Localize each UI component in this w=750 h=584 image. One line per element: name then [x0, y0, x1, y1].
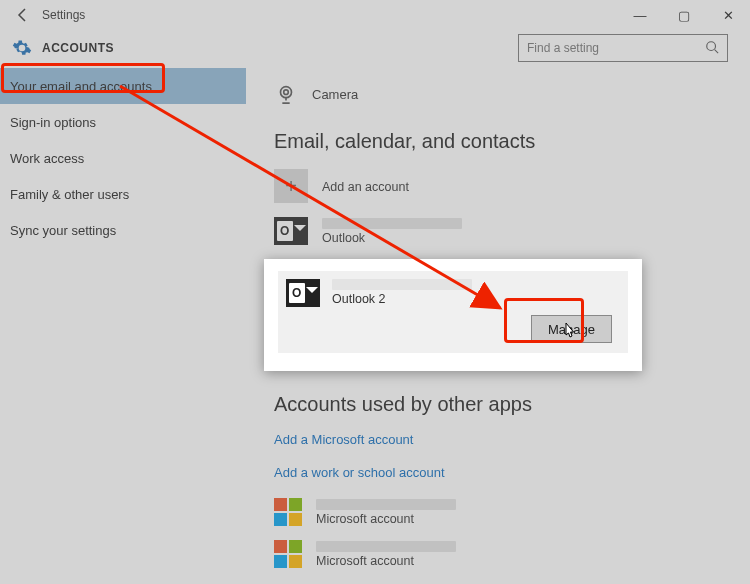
- close-button[interactable]: ✕: [706, 0, 750, 30]
- ms-account-item[interactable]: Microsoft account: [274, 498, 726, 526]
- add-work-account-link[interactable]: Add a work or school account: [274, 465, 726, 480]
- window-title: Settings: [42, 8, 85, 22]
- search-icon: [705, 40, 719, 57]
- email-account-item[interactable]: O Outlook: [274, 217, 726, 245]
- add-ms-account-link[interactable]: Add a Microsoft account: [274, 432, 726, 447]
- microsoft-logo-icon: [274, 540, 302, 568]
- camera-row[interactable]: Camera: [274, 82, 726, 106]
- account-label: Microsoft account: [316, 512, 456, 526]
- sidebar-item-email-accounts[interactable]: Your email and accounts: [0, 68, 246, 104]
- sidebar-item-signin-options[interactable]: Sign-in options: [0, 104, 246, 140]
- camera-icon: [274, 82, 298, 106]
- outlook-icon: O: [274, 217, 308, 245]
- manage-button[interactable]: Manage: [531, 315, 612, 343]
- microsoft-logo-icon: [274, 498, 302, 526]
- section-other-header: Accounts used by other apps: [274, 393, 726, 416]
- add-account-button[interactable]: + Add an account: [274, 169, 726, 203]
- back-button[interactable]: [8, 0, 38, 30]
- account-label: Microsoft account: [316, 554, 456, 568]
- account-email-redacted: [316, 541, 456, 552]
- minimize-button[interactable]: —: [618, 0, 662, 30]
- camera-label: Camera: [312, 87, 358, 102]
- account-email-redacted: [322, 218, 462, 229]
- svg-line-1: [715, 49, 719, 53]
- sidebar-item-label: Family & other users: [10, 187, 129, 202]
- sidebar: Your email and accounts Sign-in options …: [0, 66, 246, 584]
- section-email-header: Email, calendar, and contacts: [274, 130, 726, 153]
- header: ACCOUNTS: [0, 30, 750, 66]
- sidebar-item-label: Work access: [10, 151, 84, 166]
- search-input[interactable]: [527, 41, 697, 55]
- titlebar: Settings — ▢ ✕: [0, 0, 750, 30]
- sidebar-item-label: Your email and accounts: [10, 79, 152, 94]
- plus-icon: +: [274, 169, 308, 203]
- search-box[interactable]: [518, 34, 728, 62]
- svg-point-0: [707, 41, 716, 50]
- account-email-redacted: [332, 279, 472, 290]
- account-provider: Outlook 2: [332, 292, 472, 306]
- sidebar-item-family-users[interactable]: Family & other users: [0, 176, 246, 212]
- manage-label: Manage: [548, 322, 595, 337]
- svg-point-3: [284, 90, 289, 95]
- email-account-item-selected[interactable]: O Outlook 2 Manage: [278, 271, 628, 353]
- sidebar-item-label: Sign-in options: [10, 115, 96, 130]
- ms-account-item[interactable]: Microsoft account: [274, 540, 726, 568]
- sidebar-item-sync-settings[interactable]: Sync your settings: [0, 212, 246, 248]
- sidebar-item-work-access[interactable]: Work access: [0, 140, 246, 176]
- account-provider: Outlook: [322, 231, 462, 245]
- page-title: ACCOUNTS: [42, 41, 114, 55]
- add-account-label: Add an account: [322, 180, 409, 194]
- gear-icon: [12, 38, 32, 58]
- outlook-icon: O: [286, 279, 320, 307]
- content: Camera Email, calendar, and contacts + A…: [246, 66, 750, 584]
- window-controls: — ▢ ✕: [618, 0, 750, 30]
- account-email-redacted: [316, 499, 456, 510]
- maximize-button[interactable]: ▢: [662, 0, 706, 30]
- selected-account-card: O Outlook 2 Manage: [264, 259, 642, 371]
- sidebar-item-label: Sync your settings: [10, 223, 116, 238]
- svg-point-2: [281, 87, 292, 98]
